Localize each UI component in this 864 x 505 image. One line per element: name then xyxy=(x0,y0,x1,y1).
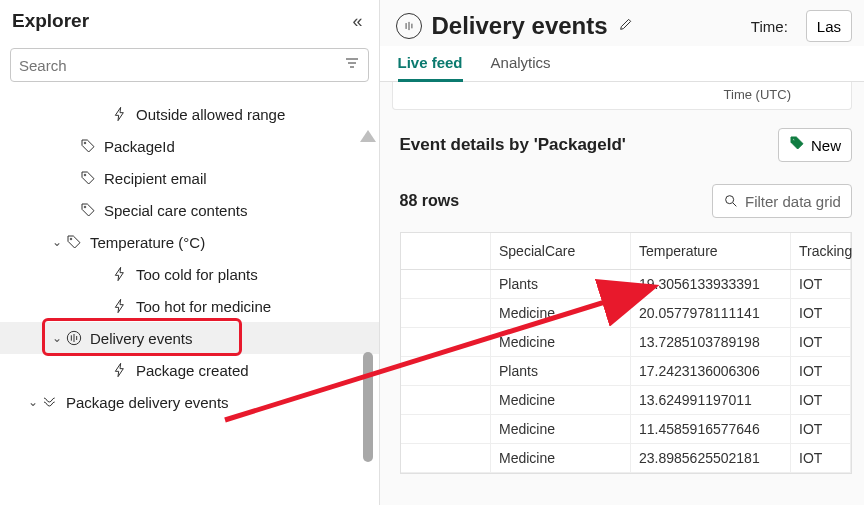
table-cell xyxy=(401,386,491,415)
edit-icon[interactable] xyxy=(618,16,634,36)
svg-point-15 xyxy=(726,196,734,204)
tree-item-package-created[interactable]: Package created xyxy=(0,354,379,386)
new-button[interactable]: New xyxy=(778,128,852,162)
search-icon xyxy=(723,193,739,209)
tree-item-special-care-contents[interactable]: Special care contents xyxy=(0,194,379,226)
chevron-down-icon[interactable]: ⌄ xyxy=(50,235,64,249)
table-cell: 23.8985625502181 xyxy=(631,444,791,473)
filter-placeholder: Filter data grid xyxy=(745,193,841,210)
filter-data-grid-input[interactable]: Filter data grid xyxy=(712,184,852,218)
table-row[interactable]: Medicine13.624991197011IOT xyxy=(401,386,851,415)
time-range-selector[interactable]: Las xyxy=(806,10,852,42)
tab-analytics[interactable]: Analytics xyxy=(491,54,551,81)
tag-icon xyxy=(78,170,98,186)
tree-item-label: Package delivery events xyxy=(66,394,229,411)
tree-item-package-delivery-events[interactable]: ⌄Package delivery events xyxy=(0,386,379,418)
table-cell xyxy=(401,357,491,386)
tree-item-recipient-email[interactable]: Recipient email xyxy=(0,162,379,194)
tag-icon xyxy=(64,234,84,250)
tree-item-label: Too hot for medicine xyxy=(136,298,271,315)
table-row[interactable]: Plants17.2423136006306IOT xyxy=(401,357,851,386)
table-cell: IOT xyxy=(791,357,851,386)
filter-icon[interactable] xyxy=(344,55,360,75)
tree-item-temperature-c-[interactable]: ⌄Temperature (°C) xyxy=(0,226,379,258)
table-cell xyxy=(401,299,491,328)
table-cell: 13.7285103789198 xyxy=(631,328,791,357)
table-cell xyxy=(401,270,491,299)
collapse-sidebar-icon[interactable]: « xyxy=(352,11,362,32)
table-row[interactable]: Medicine13.7285103789198IOT xyxy=(401,328,851,357)
bolt-icon xyxy=(110,298,130,314)
svg-point-4 xyxy=(84,174,86,176)
tag-icon xyxy=(78,138,98,154)
table-cell xyxy=(401,444,491,473)
table-row[interactable]: Medicine11.4585916577646IOT xyxy=(401,415,851,444)
section-title: Event details by 'PackageId' xyxy=(400,135,626,155)
table-cell: 13.624991197011 xyxy=(631,386,791,415)
table-cell: Medicine xyxy=(491,415,631,444)
table-cell: IOT xyxy=(791,444,851,473)
column-header[interactable]: Tracking xyxy=(791,233,851,270)
data-grid: SpecialCareTemperatureTrackingPlants19.3… xyxy=(400,232,853,474)
tree-item-label: Too cold for plants xyxy=(136,266,258,283)
table-cell: 17.2423136006306 xyxy=(631,357,791,386)
stream-icon xyxy=(64,330,84,346)
tag-icon xyxy=(78,202,98,218)
search-input[interactable] xyxy=(19,57,344,74)
table-cell: Plants xyxy=(491,270,631,299)
flow-icon xyxy=(40,394,60,410)
svg-line-16 xyxy=(733,203,736,206)
search-input-wrapper[interactable] xyxy=(10,48,369,82)
tree-item-label: Temperature (°C) xyxy=(90,234,205,251)
tree-item-packageid[interactable]: PackageId xyxy=(0,130,379,162)
tree-item-label: Outside allowed range xyxy=(136,106,285,123)
tree-item-delivery-events[interactable]: ⌄Delivery events xyxy=(0,322,379,354)
table-cell: 11.4585916577646 xyxy=(631,415,791,444)
chevron-down-icon[interactable]: ⌄ xyxy=(50,331,64,345)
table-cell: IOT xyxy=(791,386,851,415)
explorer-title: Explorer xyxy=(12,10,89,32)
tree-item-too-cold-for-plants[interactable]: Too cold for plants xyxy=(0,258,379,290)
column-header[interactable] xyxy=(401,233,491,270)
scroll-up-arrow-icon[interactable] xyxy=(360,130,376,142)
tree-item-label: PackageId xyxy=(104,138,175,155)
bolt-icon xyxy=(110,362,130,378)
column-header[interactable]: Temperature xyxy=(631,233,791,270)
svg-point-14 xyxy=(793,139,795,141)
time-utc-bar: Time (UTC) xyxy=(392,82,853,110)
explorer-sidebar: Explorer « Outside allowed rangePackageI… xyxy=(0,0,380,505)
table-cell: IOT xyxy=(791,270,851,299)
scrollbar[interactable] xyxy=(359,130,377,490)
tab-live-feed[interactable]: Live feed xyxy=(398,54,463,82)
table-cell: IOT xyxy=(791,328,851,357)
tag-icon xyxy=(789,135,805,155)
bolt-icon xyxy=(110,266,130,282)
table-cell: Plants xyxy=(491,357,631,386)
table-row[interactable]: Medicine20.0577978111141IOT xyxy=(401,299,851,328)
stream-icon xyxy=(396,13,422,39)
tree-item-label: Package created xyxy=(136,362,249,379)
table-cell xyxy=(401,415,491,444)
time-range-value: Las xyxy=(817,18,841,35)
tree-item-label: Delivery events xyxy=(90,330,193,347)
svg-point-5 xyxy=(84,206,86,208)
table-cell: IOT xyxy=(791,299,851,328)
tree-item-label: Recipient email xyxy=(104,170,207,187)
tree-item-label: Special care contents xyxy=(104,202,247,219)
chevron-down-icon[interactable]: ⌄ xyxy=(26,395,40,409)
column-header[interactable]: SpecialCare xyxy=(491,233,631,270)
tree-item-outside-allowed-range[interactable]: Outside allowed range xyxy=(0,98,379,130)
main-panel: Delivery events Time: Las Live feedAnaly… xyxy=(380,0,865,505)
table-row[interactable]: Plants19.3056133933391IOT xyxy=(401,270,851,299)
explorer-tree: Outside allowed rangePackageIdRecipient … xyxy=(0,92,379,505)
tabs: Live feedAnalytics xyxy=(380,46,865,82)
table-row[interactable]: Medicine23.8985625502181IOT xyxy=(401,444,851,473)
scroll-thumb[interactable] xyxy=(363,352,373,462)
table-cell xyxy=(401,328,491,357)
svg-point-3 xyxy=(84,142,86,144)
table-cell: Medicine xyxy=(491,299,631,328)
tree-item-too-hot-for-medicine[interactable]: Too hot for medicine xyxy=(0,290,379,322)
row-count: 88 rows xyxy=(400,192,460,210)
new-button-label: New xyxy=(811,137,841,154)
svg-point-6 xyxy=(70,238,72,240)
